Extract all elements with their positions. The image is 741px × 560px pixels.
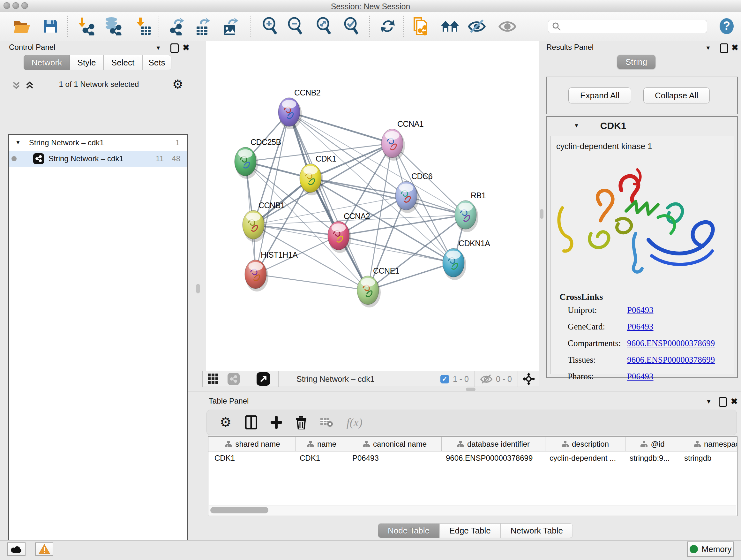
home-networks-icon[interactable]: [441, 16, 460, 36]
results-panel-float-icon[interactable]: [720, 44, 728, 53]
crosslink-value-link[interactable]: P06493: [627, 305, 654, 315]
select-columns-icon[interactable]: [245, 415, 257, 429]
crosslink-value-link[interactable]: P06493: [627, 372, 654, 381]
network-node-CCNB2[interactable]: [278, 98, 302, 129]
birdseye-crosshair-icon[interactable]: [522, 373, 535, 385]
network-canvas[interactable]: CCNB2CCNA1CDC25BCDK1CDC6RB1CCNB1CCNA2CDK…: [206, 41, 539, 371]
network-edge[interactable]: [289, 112, 392, 143]
column-header-shared-name[interactable]: shared name: [210, 437, 295, 451]
network-edge[interactable]: [289, 112, 368, 290]
network-edge[interactable]: [256, 274, 368, 290]
collapse-all-button[interactable]: Collapse All: [643, 87, 710, 104]
tab-select[interactable]: Select: [104, 55, 142, 70]
network-edge[interactable]: [256, 112, 289, 274]
column-header-database-identifier[interactable]: database identifier: [441, 437, 545, 451]
scrollbar-thumb[interactable]: [210, 507, 268, 513]
control-panel-float-icon[interactable]: [171, 44, 179, 53]
control-panel-menu-caret-icon[interactable]: ▼: [155, 45, 161, 51]
memory-button[interactable]: Memory: [687, 542, 734, 557]
export-network-icon[interactable]: [167, 16, 187, 36]
refresh-icon[interactable]: [378, 16, 397, 36]
import-network-icon[interactable]: [76, 16, 95, 36]
export-image-icon[interactable]: [221, 16, 240, 36]
network-edge[interactable]: [339, 236, 454, 263]
column-header-namespace[interactable]: namespace: [680, 437, 738, 451]
network-options-gear-icon[interactable]: ⚙: [172, 77, 183, 91]
tab-edge-table[interactable]: Edge Table: [440, 523, 501, 538]
open-session-icon[interactable]: [12, 16, 31, 36]
network-edge[interactable]: [253, 196, 406, 225]
table-cell[interactable]: stringdb:9...: [625, 451, 680, 465]
share-view-icon[interactable]: [227, 373, 240, 385]
right-splitter-handle[interactable]: [540, 209, 543, 219]
help-icon[interactable]: ?: [717, 16, 736, 36]
table-cell[interactable]: stringdb: [680, 451, 738, 465]
table-gear-icon[interactable]: ⚙: [219, 416, 232, 429]
network-tree-child-row[interactable]: String Network – cdk1 11 48: [9, 151, 187, 167]
left-splitter-handle[interactable]: [196, 284, 200, 294]
tab-style[interactable]: Style: [70, 55, 104, 70]
network-node-CCNB1[interactable]: [243, 210, 266, 242]
table-cell[interactable]: 9606.ENSP00000378699: [441, 451, 545, 465]
import-network-from-database-icon[interactable]: [103, 16, 122, 36]
column-header-name[interactable]: name: [295, 437, 348, 451]
tab-network[interactable]: Network: [23, 55, 70, 70]
table-panel-menu-caret-icon[interactable]: ▼: [706, 398, 712, 405]
export-table-icon[interactable]: [193, 16, 212, 36]
control-panel-close-icon[interactable]: ✖: [183, 44, 190, 52]
selected-checkbox-icon[interactable]: ✓: [441, 375, 449, 383]
protein-header-row[interactable]: ▼ CDK1: [547, 117, 737, 135]
network-edge[interactable]: [253, 225, 339, 236]
hidden-eye-icon[interactable]: [480, 374, 493, 384]
table-cell[interactable]: P06493: [348, 451, 441, 465]
detach-view-icon[interactable]: [257, 372, 270, 386]
cloud-button[interactable]: [7, 543, 25, 556]
table-panel-close-icon[interactable]: ✖: [731, 397, 738, 406]
import-table-icon[interactable]: [133, 16, 152, 36]
tab-string[interactable]: String: [617, 55, 656, 69]
hide-unhide-icon[interactable]: [467, 16, 486, 36]
results-panel-menu-caret-icon[interactable]: ▼: [705, 45, 711, 51]
crosslink-value-link[interactable]: 9606.ENSP00000378699: [627, 355, 715, 365]
save-session-icon[interactable]: [41, 16, 60, 36]
tab-node-table[interactable]: Node Table: [378, 523, 440, 538]
column-header-canonical-name[interactable]: canonical name: [348, 437, 441, 451]
search-input[interactable]: [561, 22, 699, 31]
show-eye-icon[interactable]: [498, 16, 517, 36]
add-column-icon[interactable]: [271, 416, 282, 429]
network-node-CCNE1[interactable]: [357, 276, 381, 307]
column-header-@id[interactable]: @id: [625, 437, 680, 451]
table-cell[interactable]: cyclin-dependent ...: [545, 451, 625, 465]
network-edge[interactable]: [289, 112, 466, 215]
tab-sets[interactable]: Sets: [142, 55, 172, 70]
crosslink-value-link[interactable]: 9606.ENSP00000378699: [627, 338, 715, 348]
network-node-CDKN1A[interactable]: [443, 248, 466, 280]
zoom-out-icon[interactable]: [285, 16, 305, 36]
crosslink-value-link[interactable]: P06493: [627, 322, 654, 332]
network-tree-root-row[interactable]: ▼ String Network – cdk1 1: [9, 135, 187, 151]
tab-network-table[interactable]: Network Table: [501, 523, 573, 538]
network-node-RB1[interactable]: [455, 200, 478, 232]
delete-column-icon[interactable]: [295, 415, 307, 429]
grid-view-icon[interactable]: [208, 374, 219, 384]
warning-button[interactable]: [35, 543, 53, 556]
zoom-fit-icon[interactable]: [314, 16, 333, 36]
zoom-in-icon[interactable]: [260, 16, 279, 36]
network-node-CCNA2[interactable]: [328, 221, 351, 253]
expand-all-chevron-icon[interactable]: [25, 80, 35, 90]
clone-network-icon[interactable]: [411, 16, 430, 36]
function-builder-icon[interactable]: f(x): [347, 416, 362, 429]
zoom-selected-icon[interactable]: [341, 16, 360, 36]
column-header-description[interactable]: description: [545, 437, 625, 451]
collapse-all-chevron-icon[interactable]: [11, 80, 21, 90]
table-cell[interactable]: CDK1: [210, 451, 295, 465]
bottom-splitter-handle[interactable]: [466, 388, 475, 391]
network-node-CDC6[interactable]: [395, 181, 419, 213]
results-panel-close-icon[interactable]: ✖: [731, 44, 738, 52]
table-cell[interactable]: CDK1: [295, 451, 348, 465]
tree-expand-caret-icon[interactable]: ▼: [15, 139, 21, 146]
table-panel-float-icon[interactable]: [719, 397, 727, 407]
protein-collapse-caret-icon[interactable]: ▼: [574, 123, 579, 129]
expand-all-button[interactable]: Expand All: [568, 87, 631, 104]
network-node-HIST1H1A[interactable]: [245, 260, 268, 292]
